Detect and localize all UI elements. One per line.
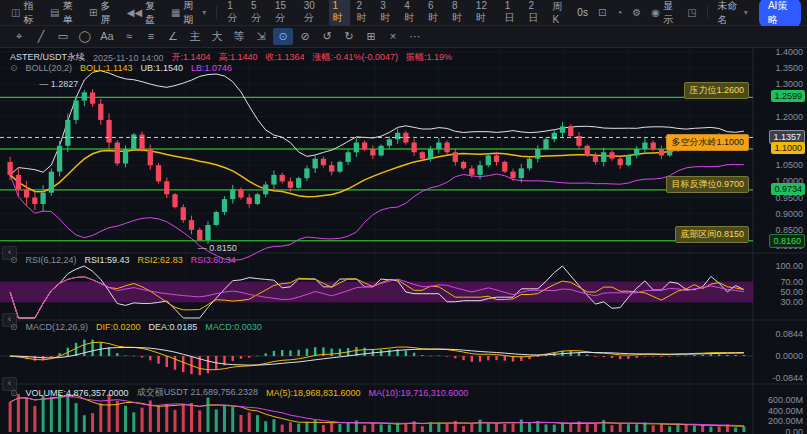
price-axis-badge: 0.9734 <box>771 183 805 195</box>
legend-item: RSI2:62.83 <box>138 255 183 265</box>
equal-scale-button[interactable]: 等 <box>229 28 249 45</box>
legend-item: RSI1:59.43 <box>85 255 130 265</box>
legend-item: MA(5):18,968,831.6000 <box>266 388 361 398</box>
wave-tool[interactable]: ≈ <box>119 28 139 45</box>
volume-axis-label: 600.00M <box>768 395 803 405</box>
menu-button-label: 菜单 <box>62 0 78 27</box>
timer-button[interactable]: ◔ <box>611 7 627 18</box>
legend-item: RSI(6,12,24) <box>26 255 77 265</box>
legend-item: LB:1.0746 <box>191 63 232 73</box>
legend-item: MA(10):19,716,310.6000 <box>369 388 469 398</box>
layout-preset-dropdown[interactable]: 未命名 ▾ <box>713 0 753 27</box>
boll-collapse-icon[interactable]: ⊙ <box>10 63 18 73</box>
grid-settings-tool[interactable]: ⊞ <box>361 28 381 45</box>
volume-legend: ⊙ VOLUME:4,876,357.0000成交额USDT 21,689,75… <box>10 386 468 399</box>
price-level-tag[interactable]: 多空分水岭1.1000 <box>666 134 749 151</box>
timer-icon: ◔ <box>616 7 622 18</box>
volume-collapse-icon[interactable]: ⊙ <box>10 388 18 398</box>
macd-collapse-icon[interactable]: ⊙ <box>10 322 18 332</box>
screenshot-icon: ⊡ <box>598 7 606 18</box>
price-axis-label: 1.3000 <box>775 79 803 89</box>
top-toolbar: ◫指标▤菜单⊞多屏◀◀复盘▦周期▾1分5分15分30分1时2时3时4时6时8时1… <box>0 0 807 26</box>
timeframe-button-1时[interactable]: 1时 <box>329 0 351 27</box>
ai-strategy-button[interactable]: AI策略 <box>759 0 801 29</box>
price-axis-label: 1.3500 <box>775 63 803 73</box>
chart-settings-button[interactable]: ⚙ <box>627 7 646 18</box>
font-large-button[interactable]: 大 <box>207 28 227 45</box>
macd-axis-label: 0.0000 <box>775 351 803 361</box>
timeframe-button-4时[interactable]: 4时 <box>400 0 422 27</box>
rsi-axis-label: 70.00 <box>780 277 803 287</box>
timeframe-button-1日[interactable]: 1日 <box>501 0 523 27</box>
price-axis-label: 1.4000 <box>775 47 803 57</box>
price-level-tag[interactable]: 底部区间0.8150 <box>675 226 749 243</box>
chevron-down-icon: ▾ <box>744 8 748 17</box>
rsi-axis-label: 30.00 <box>780 297 803 307</box>
rectangle-tool[interactable]: ▭ <box>53 28 73 45</box>
redo-button[interactable]: ↻ <box>339 28 359 45</box>
timeframe-button-2时[interactable]: 2时 <box>352 0 374 27</box>
trendline-tool[interactable]: ╱ <box>31 28 51 45</box>
rsi-legend: ⊙ RSI(6,12,24)RSI1:59.43RSI2:62.83RSI3:6… <box>10 255 236 265</box>
legend-item: BOLL(20,2) <box>26 63 73 73</box>
trading-app-window: — 1.2827— 0.8150 ◫指标▤菜单⊞多屏◀◀复盘▦周期▾1分5分15… <box>0 0 807 434</box>
angle-tool[interactable]: ∠ <box>163 28 183 45</box>
legend-item: 成交额USDT 21,689,756.2328 <box>137 386 258 399</box>
price-axis-badge: 1.2599 <box>771 90 805 102</box>
legend-item: RSI3:60.34 <box>191 255 236 265</box>
crosshair-tool[interactable]: ⌖ <box>9 28 29 45</box>
delete-drawings-button[interactable]: × <box>383 28 403 45</box>
macd-legend: ⊙ MACD(12,26,9)DIF:0.0200DEA:0.0185MACD:… <box>10 322 262 332</box>
menu-button[interactable]: ▤菜单 <box>45 0 84 27</box>
horizontal-line-tool[interactable]: ≡ <box>141 28 161 45</box>
legend-item: 振幅:1.19% <box>406 51 452 64</box>
timeframe-button-周K[interactable]: 周K <box>548 0 571 27</box>
text-tool[interactable]: Aa <box>97 28 117 45</box>
period-dropdown[interactable]: ▦周期▾ <box>166 0 211 27</box>
rsi-collapse-icon[interactable]: ⊙ <box>10 255 18 265</box>
replay-button[interactable]: ◀◀复盘 <box>122 0 166 27</box>
replay-button-label: 复盘 <box>145 0 161 27</box>
legend-item: UB:1.1540 <box>140 63 183 73</box>
main-chart-button[interactable]: 主 <box>185 28 205 45</box>
expand-tool[interactable]: ⇲ <box>251 28 271 45</box>
rsi-axis-label: 50.00 <box>780 287 803 297</box>
timeframe-button-12时[interactable]: 12时 <box>472 0 499 27</box>
ellipse-tool[interactable]: ◯ <box>75 28 95 45</box>
svg-text:— 1.2827: — 1.2827 <box>39 79 78 89</box>
magnet-tool[interactable]: ⊙ <box>273 28 293 45</box>
screenshot-button[interactable]: ⊡ <box>593 7 611 18</box>
volume-axis-label: 400.00M <box>768 406 803 416</box>
indicators-button[interactable]: ◫指标 <box>6 0 45 27</box>
grid-icon: ⊞ <box>89 7 97 18</box>
preset-label: 未命名 <box>718 0 741 27</box>
legend-item: MACD(12,26,9) <box>26 322 89 332</box>
timeframe-button-6时[interactable]: 6时 <box>424 0 446 27</box>
timeframe-button-2日[interactable]: 2日 <box>525 0 547 27</box>
timeframe-button-30分[interactable]: 30分 <box>300 0 327 27</box>
eraser-tool[interactable]: ⊘ <box>295 28 315 45</box>
fullscreen-button[interactable]: ◳ <box>682 7 701 18</box>
timeframe-button-8时[interactable]: 8时 <box>448 0 470 27</box>
price-axis-label: 1.0500 <box>775 160 803 170</box>
price-level-tag[interactable]: 压力位1.2600 <box>684 82 749 99</box>
timeframe-button-1分[interactable]: 1分 <box>223 0 245 27</box>
undo-button[interactable]: ↺ <box>317 28 337 45</box>
timeframe-button-3时[interactable]: 3时 <box>376 0 398 27</box>
price-axis-label: 1.2000 <box>775 112 803 122</box>
period-dropdown-label: 周期 <box>184 0 200 27</box>
more-tools-button[interactable]: ⋯ <box>405 28 425 45</box>
price-axis[interactable]: 1.40001.35001.30001.20001.15001.05001.00… <box>753 48 807 434</box>
price-level-tag[interactable]: 目标反弹位0.9700 <box>666 176 749 193</box>
timeframe-button-5分[interactable]: 5分 <box>247 0 269 27</box>
multi-screen-button[interactable]: ⊞多屏 <box>84 0 122 27</box>
toolbar-left-group: ◫指标▤菜单⊞多屏◀◀复盘▦周期▾1分5分15分30分1时2时3时4时6时8时1… <box>6 0 572 27</box>
timeframe-button-15分[interactable]: 15分 <box>271 0 298 27</box>
display-toggle[interactable]: ◉ 显示 <box>646 0 682 27</box>
toolbar-separator <box>216 6 217 19</box>
svg-text:— 0.8150: — 0.8150 <box>198 243 237 253</box>
indicators-button-label: 指标 <box>23 0 39 27</box>
gear-icon: ⚙ <box>632 7 641 18</box>
fullscreen-icon: ◳ <box>687 7 696 18</box>
candle-countdown: 0s <box>572 7 593 18</box>
